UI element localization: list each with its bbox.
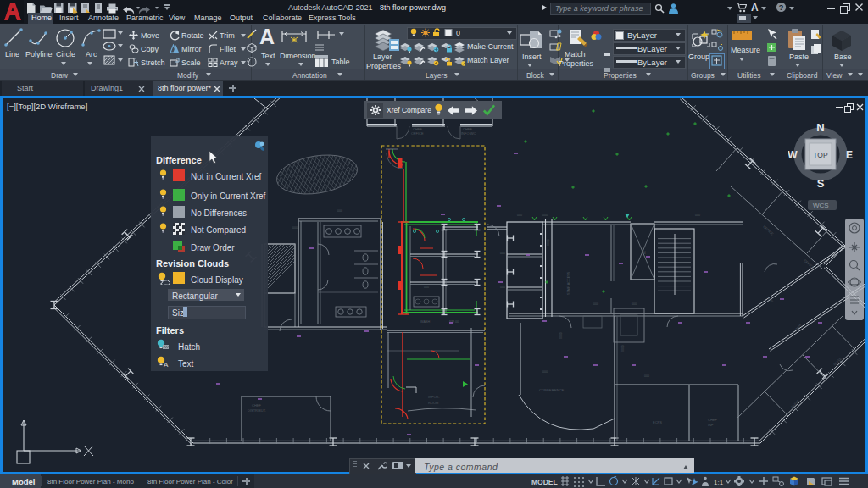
svg-text:OFFICE: OFFICE — [762, 225, 774, 236]
svg-text:000: 000 — [500, 252, 505, 255]
svg-text:000: 000 — [500, 286, 505, 289]
svg-text:000: 000 — [593, 302, 598, 306]
svg-text:CONFERENCE: CONFERENCE — [539, 388, 565, 392]
svg-text:OFFICE: OFFICE — [411, 131, 424, 136]
svg-text:000: 000 — [337, 209, 342, 213]
svg-text:N: N — [643, 250, 646, 255]
svg-text:0000: 0000 — [559, 332, 563, 339]
svg-text:WASH: WASH — [420, 320, 431, 324]
svg-text:000: 000 — [695, 214, 700, 217]
svg-text:SUITE: SUITE — [790, 399, 800, 409]
svg-text:W: W — [788, 149, 798, 161]
svg-text:DISTRIBUT.: DISTRIBUT. — [248, 408, 266, 413]
svg-text:000: 000 — [424, 286, 429, 289]
svg-text:TOP: TOP — [813, 151, 828, 159]
svg-text:STAIR ACCESS: STAIR ACCESS — [567, 271, 570, 295]
svg-text:S: S — [817, 177, 825, 190]
svg-text:INFO WC: INFO WC — [461, 131, 476, 136]
svg-text:INF: INF — [708, 423, 714, 427]
svg-text:000: 000 — [632, 302, 637, 306]
svg-text:0000: 0000 — [621, 345, 625, 352]
svg-text:ECPS: ECPS — [653, 420, 662, 424]
svg-text:000: 000 — [542, 370, 548, 374]
svg-text:000: 000 — [542, 214, 548, 217]
svg-text:CHEF: CHEF — [252, 403, 261, 408]
svg-text:000: 000 — [292, 226, 298, 230]
svg-text:E: E — [846, 149, 853, 161]
svg-text:1:1: 1:1 — [714, 479, 724, 486]
svg-text:N: N — [816, 121, 824, 134]
svg-text:0000: 0000 — [547, 239, 550, 246]
svg-text:000: 000 — [517, 214, 522, 217]
svg-text:CHEF: CHEF — [708, 418, 717, 422]
svg-text:ROOM: ROOM — [428, 401, 438, 405]
svg-text:INFOR.: INFOR. — [428, 395, 440, 399]
svg-text:000: 000 — [644, 374, 649, 378]
svg-text:?: ? — [779, 3, 784, 12]
svg-text:A: A — [164, 361, 169, 368]
